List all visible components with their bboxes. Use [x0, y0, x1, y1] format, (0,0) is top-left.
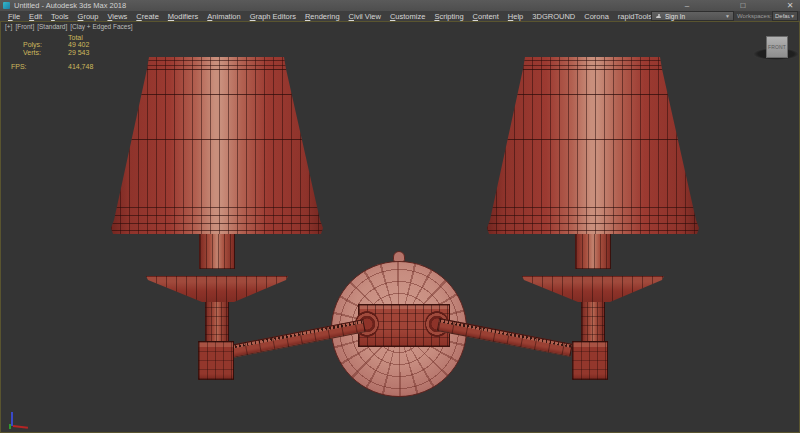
sign-in-button[interactable]: Sign In ▼ — [651, 11, 734, 21]
menu-item-rapidtools[interactable]: rapidTools — [618, 12, 652, 21]
stats-total-header: Total — [68, 34, 83, 41]
viewport-menu-general[interactable]: [+] — [5, 23, 12, 30]
minimize-button[interactable]: – — [679, 0, 695, 11]
menu-item-views[interactable]: Views — [107, 12, 127, 21]
sconce-lamp-shade-left[interactable] — [111, 57, 323, 234]
3dsmax-app-icon — [3, 2, 10, 9]
workspaces-label: Workspaces: — [737, 13, 772, 19]
stats-verts-value: 29 543 — [68, 49, 89, 56]
menu-item-group[interactable]: Group — [78, 12, 99, 21]
viewport-menu-pov[interactable]: [Front] — [15, 23, 34, 30]
sconce-bobeche-left[interactable] — [146, 271, 288, 304]
sconce-joint-cube-right[interactable] — [572, 341, 608, 380]
viewcube-front-face-label: FRONT — [768, 44, 786, 50]
world-axis-x-icon — [13, 425, 28, 429]
stats-fps-value: 414,748 — [68, 63, 93, 70]
viewport-menu-shading[interactable]: [Clay + Edged Faces] — [70, 23, 132, 30]
viewcube[interactable]: FRONT — [766, 36, 788, 58]
world-axis-z-icon — [11, 412, 13, 426]
stats-polys-value: 49 402 — [68, 41, 89, 48]
workspaces-dropdown[interactable]: Default ▼ — [772, 11, 798, 21]
window-title: Untitled - Autodesk 3ds Max 2018 — [14, 1, 126, 10]
chevron-down-icon: ▼ — [790, 13, 795, 19]
menu-item-scripting[interactable]: Scripting — [434, 12, 463, 21]
3dsmax-window: Untitled - Autodesk 3ds Max 2018 – □ ✕ F… — [0, 0, 800, 433]
sconce-lamp-shade-right[interactable] — [487, 57, 699, 234]
menu-item-help[interactable]: Help — [508, 12, 523, 21]
menu-items: FileEditToolsGroupViewsCreateModifiersAn… — [8, 11, 652, 21]
workspaces-value: Default — [775, 13, 790, 19]
menu-item-edit[interactable]: Edit — [29, 12, 42, 21]
sconce-stem-right[interactable] — [581, 301, 605, 345]
menu-item-graph-editors[interactable]: Graph Editors — [250, 12, 296, 21]
stats-polys-label: Polys: — [23, 41, 42, 48]
chevron-down-icon: ▼ — [725, 13, 730, 19]
stats-verts-label: Verts: — [23, 49, 41, 56]
menu-bar: FileEditToolsGroupViewsCreateModifiersAn… — [0, 11, 800, 21]
maximize-button[interactable]: □ — [735, 0, 751, 11]
person-icon — [656, 14, 661, 19]
menu-item-content[interactable]: Content — [473, 12, 499, 21]
menu-item-file[interactable]: File — [8, 12, 20, 21]
menu-item-create[interactable]: Create — [136, 12, 159, 21]
sconce-stem-left[interactable] — [205, 301, 229, 345]
world-axis-y-icon — [9, 424, 11, 429]
title-bar: Untitled - Autodesk 3ds Max 2018 – □ ✕ — [0, 0, 800, 11]
viewport-label: [+] [Front] [Standard] [Clay + Edged Fac… — [5, 23, 133, 30]
menu-item-modifiers[interactable]: Modifiers — [168, 12, 198, 21]
sconce-bobeche-right[interactable] — [522, 271, 664, 304]
close-button[interactable]: ✕ — [782, 0, 798, 11]
menu-item-corona[interactable]: Corona — [584, 12, 609, 21]
stats-fps-label: FPS: — [11, 63, 27, 70]
menu-item-rendering[interactable]: Rendering — [305, 12, 340, 21]
menu-item-3dground[interactable]: 3DGROUND — [532, 12, 575, 21]
menu-item-customize[interactable]: Customize — [390, 12, 425, 21]
sconce-joint-cube-left[interactable] — [198, 341, 234, 380]
menu-item-tools[interactable]: Tools — [51, 12, 69, 21]
menu-item-civil-view[interactable]: Civil View — [349, 12, 381, 21]
menu-item-animation[interactable]: Animation — [207, 12, 240, 21]
viewport-menu-renderer[interactable]: [Standard] — [37, 23, 67, 30]
sign-in-label: Sign In — [665, 13, 725, 20]
viewport-canvas[interactable]: [+] [Front] [Standard] [Clay + Edged Fac… — [0, 21, 800, 433]
